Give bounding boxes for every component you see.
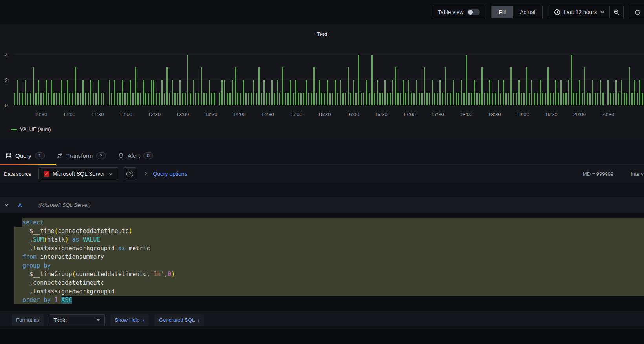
bar-slot — [174, 52, 177, 105]
bar-slot — [251, 52, 253, 105]
x-tick-label: 18:30 — [488, 111, 501, 117]
bar-slot — [379, 52, 382, 105]
bar — [51, 80, 52, 105]
bar — [531, 80, 532, 105]
bar-slot — [151, 52, 154, 105]
refresh-button[interactable] — [630, 6, 644, 18]
bar-slot — [474, 52, 476, 105]
bar — [316, 93, 317, 105]
chevron-down-icon — [108, 171, 113, 176]
code-token: $__time — [22, 228, 54, 235]
bar — [366, 80, 367, 105]
bar — [159, 93, 160, 105]
bar — [166, 67, 168, 105]
code-token: '1h' — [150, 271, 164, 278]
bar-slot — [106, 52, 109, 105]
datasource-help-button[interactable]: ? — [123, 167, 136, 180]
bar-slot — [479, 52, 482, 105]
bar — [526, 67, 527, 105]
time-range-picker[interactable]: Last 12 hours — [549, 6, 609, 18]
bar-slot — [400, 52, 403, 105]
code-text: $__timeGroup(connecteddatetimeutc,'1h',0… — [14, 270, 644, 278]
bar-slot — [332, 52, 335, 105]
bar — [534, 93, 535, 105]
legend-series-label: VALUE (sum) — [20, 126, 51, 132]
bar-slot — [437, 52, 440, 105]
bar — [156, 93, 157, 105]
bar-slot — [245, 52, 248, 105]
code-token — [58, 297, 61, 304]
bar-slot — [195, 52, 198, 105]
code-token: VALUE — [83, 236, 101, 243]
bar — [587, 93, 588, 105]
bar — [185, 93, 186, 105]
bar-slot — [103, 52, 106, 105]
datasource-picker[interactable]: Microsoft SQL Server — [38, 167, 118, 180]
bar-slot — [143, 52, 146, 105]
collapse-chevron-icon[interactable] — [4, 202, 9, 207]
bar — [463, 93, 465, 105]
format-as-value: Table — [54, 317, 67, 323]
bar-slot — [500, 52, 503, 105]
format-as-select[interactable]: Table — [49, 314, 105, 326]
bar — [53, 93, 55, 105]
bar-slot — [508, 52, 510, 105]
show-help-button[interactable]: Show Help › — [110, 314, 149, 326]
fill-button[interactable]: Fill — [492, 6, 513, 18]
bar-slot — [30, 52, 33, 105]
bar — [95, 93, 97, 105]
bar-slot — [571, 52, 574, 105]
generated-sql-button[interactable]: Generated SQL › — [154, 314, 204, 326]
bar-slot — [610, 52, 613, 105]
bar-slot — [156, 52, 159, 105]
bar — [321, 93, 322, 105]
query-options-button[interactable]: Query options — [153, 171, 187, 177]
bar-slot — [59, 52, 62, 105]
bar — [98, 80, 99, 105]
tab-transform-label: Transform — [66, 152, 93, 159]
query-row-header[interactable]: A (Microsoft SQL Server) — [0, 197, 644, 213]
bar — [458, 93, 459, 105]
bar-slot — [597, 52, 600, 105]
query-ref-id[interactable]: A — [18, 202, 22, 208]
bar — [629, 67, 630, 105]
table-view-group: Table view — [433, 6, 485, 18]
legend-item[interactable]: VALUE (sum) — [11, 126, 51, 132]
bar — [22, 93, 23, 105]
bar — [492, 93, 493, 105]
actual-button[interactable]: Actual — [513, 6, 542, 18]
max-datapoints-info: MD = 999999 — [583, 171, 613, 177]
bar-slot — [395, 52, 398, 105]
tab-query[interactable]: Query 1 — [5, 152, 45, 159]
table-view-switch[interactable] — [467, 9, 480, 15]
bar — [579, 80, 580, 105]
bar — [610, 93, 611, 105]
bar — [560, 80, 562, 105]
bar-slot — [408, 52, 411, 105]
time-controls: Last 12 hours — [549, 6, 624, 18]
bar — [510, 67, 512, 105]
bar-slot — [75, 52, 77, 105]
bar — [295, 80, 296, 105]
plot-area[interactable] — [14, 52, 644, 105]
bar-slot — [615, 52, 618, 105]
tab-transform[interactable]: Transform 2 — [57, 152, 106, 159]
tab-alert[interactable]: Alert 0 — [118, 152, 153, 159]
bar-slot — [240, 52, 243, 105]
bar-slot — [565, 52, 568, 105]
code-text: group by — [14, 261, 644, 270]
bar — [384, 80, 386, 105]
bar — [287, 93, 289, 105]
x-tick-label: 16:00 — [346, 111, 359, 117]
x-tick-label: 12:30 — [148, 111, 161, 117]
bar — [253, 80, 254, 105]
x-tick-label: 13:30 — [205, 111, 218, 117]
code-token: ( — [54, 228, 58, 235]
bar — [43, 93, 44, 105]
bar-slot — [214, 52, 216, 105]
zoom-out-button[interactable] — [609, 6, 623, 18]
bar-slot — [243, 52, 245, 105]
sql-editor[interactable]: select $__time(connecteddatetimeutc) ,SU… — [0, 213, 644, 311]
bar — [277, 80, 278, 105]
bar-slot — [193, 52, 196, 105]
